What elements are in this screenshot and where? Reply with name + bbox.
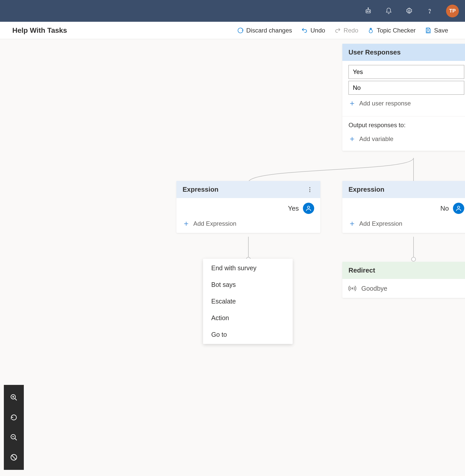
redo-button: Redo (330, 25, 363, 36)
svg-point-8 (369, 29, 373, 33)
undo-label: Undo (310, 27, 325, 34)
add-variable-label: Add variable (359, 135, 393, 143)
menu-item-escalate[interactable]: Escalate (203, 293, 293, 310)
plus-icon: + (183, 220, 190, 227)
menu-item-end-survey[interactable]: End with survey (203, 260, 293, 276)
redirect-header: Redirect (342, 262, 465, 279)
editor-toolbar: Help With Tasks Discard changes Undo Red… (0, 22, 465, 39)
undo-button[interactable]: Undo (297, 25, 330, 36)
menu-item-go-to[interactable]: Go to (203, 326, 293, 343)
add-variable-button[interactable]: + Add variable (348, 132, 464, 146)
discard-button[interactable]: Discard changes (233, 25, 297, 36)
plus-icon: + (348, 100, 356, 107)
svg-rect-9 (427, 28, 429, 29)
fit-button[interactable] (4, 447, 24, 467)
svg-point-15 (411, 257, 416, 261)
redirect-target: Goodbye (361, 285, 387, 292)
redirect-panel: Redirect Goodbye (342, 262, 465, 298)
page-title: Help With Tasks (12, 26, 67, 35)
more-icon[interactable]: ⋮ (305, 186, 314, 193)
gear-icon[interactable] (405, 7, 413, 15)
redo-label: Redo (344, 27, 358, 34)
svg-point-17 (458, 206, 460, 208)
topic-checker-button[interactable]: Topic Checker (363, 25, 420, 36)
broadcast-icon (348, 285, 356, 292)
avatar[interactable]: TP (446, 5, 459, 17)
app-header: TP (0, 0, 465, 22)
plus-icon: + (348, 220, 356, 227)
person-icon (453, 203, 464, 214)
bell-icon[interactable] (385, 7, 393, 15)
add-expression-label: Add Expression (193, 220, 236, 227)
svg-line-24 (15, 438, 17, 440)
svg-point-16 (308, 206, 310, 208)
svg-rect-10 (427, 31, 429, 33)
user-responses-panel: User Responses + Add user response Outpu… (342, 44, 465, 151)
topic-checker-label: Topic Checker (377, 27, 416, 34)
expression-header: Expression ⋮ (176, 181, 320, 198)
add-expression-button[interactable]: + Add Expression (176, 217, 320, 233)
reset-zoom-button[interactable] (4, 407, 24, 427)
svg-point-1 (367, 11, 368, 12)
svg-point-6 (429, 12, 430, 13)
add-expression-label: Add Expression (359, 220, 402, 227)
zoom-out-button[interactable] (4, 427, 24, 447)
add-user-response-label: Add user response (359, 100, 411, 107)
save-label: Save (434, 27, 448, 34)
user-response-input-1[interactable] (348, 81, 464, 95)
expression-panel-yes: Expression ⋮ Yes + Add Expression (176, 181, 320, 233)
add-user-response-button[interactable]: + Add user response (348, 97, 464, 110)
zoom-in-button[interactable] (4, 387, 24, 407)
svg-line-20 (15, 398, 17, 401)
user-responses-title: User Responses (348, 48, 401, 56)
canvas[interactable]: User Responses + Add user response Outpu… (0, 39, 465, 476)
expression-value: Yes (288, 204, 299, 212)
zoom-toolbar (4, 385, 24, 470)
output-responses-label: Output responses to: (348, 122, 464, 129)
svg-line-27 (12, 455, 16, 460)
svg-point-4 (368, 8, 369, 8)
redirect-title: Redirect (348, 266, 375, 274)
svg-point-5 (408, 10, 410, 12)
person-icon (303, 203, 314, 214)
expression-panel-no: Expression No + Add Expression (342, 181, 465, 233)
bot-icon[interactable] (364, 7, 372, 15)
expression-title: Expression (348, 186, 384, 193)
svg-point-18 (352, 288, 353, 289)
expression-title: Expression (183, 186, 218, 193)
menu-item-bot-says[interactable]: Bot says (203, 276, 293, 293)
expression-header: Expression (342, 181, 465, 198)
save-button[interactable]: Save (420, 25, 453, 36)
svg-point-2 (369, 11, 369, 12)
plus-icon: + (348, 135, 356, 143)
discard-label: Discard changes (246, 27, 292, 34)
menu-item-action[interactable]: Action (203, 310, 293, 326)
user-responses-header: User Responses (342, 44, 465, 61)
user-response-input-0[interactable] (348, 65, 464, 79)
node-action-menu: End with survey Bot says Escalate Action… (203, 259, 293, 344)
help-icon[interactable] (426, 7, 434, 15)
expression-value: No (440, 204, 449, 212)
add-expression-button[interactable]: + Add Expression (342, 217, 465, 233)
